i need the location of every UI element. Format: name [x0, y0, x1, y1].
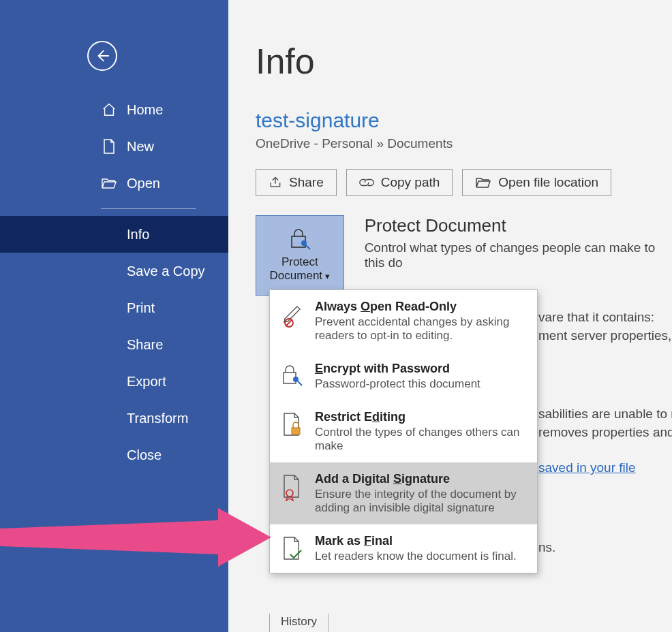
back-button[interactable] [87, 41, 117, 71]
link-icon [359, 176, 374, 189]
chevron-down-icon: ▾ [325, 271, 330, 281]
sidebar-divider [101, 208, 196, 209]
sidebar-item-open[interactable]: Open [101, 165, 228, 202]
sidebar-item-share[interactable]: Share [0, 326, 228, 363]
protect-document-button[interactable]: Protect Document▾ [256, 215, 344, 296]
sidebar-label: Home [127, 102, 163, 118]
menu-title: Encrypt with Password [315, 362, 525, 376]
button-label: Open file location [498, 175, 598, 190]
menu-title: Mark as Final [315, 534, 525, 548]
sidebar-label: Share [127, 337, 163, 353]
protect-desc-text: Control what types of changes people can… [365, 240, 672, 270]
sidebar-item-close[interactable]: Close [0, 437, 228, 473]
sidebar-label: Transform [127, 411, 188, 426]
sidebar-label: Open [127, 176, 160, 191]
svg-line-3 [286, 320, 292, 326]
svg-point-7 [286, 490, 293, 496]
document-check-icon [279, 534, 305, 563]
sidebar-label: Close [127, 447, 162, 463]
menu-item-digital-signature[interactable]: Add a Digital Signature Ensure the integ… [270, 462, 537, 524]
share-button[interactable]: Share [256, 169, 337, 196]
file-actions-row: Share Copy path Open file location [256, 169, 672, 196]
protect-document-menu: Always Open Read-Only Prevent accidental… [269, 289, 538, 573]
sidebar-label: Info [127, 227, 149, 242]
protect-lock-icon [288, 228, 312, 251]
lock-key-icon [279, 362, 305, 391]
menu-desc: Let readers know the document is final. [315, 550, 525, 563]
menu-item-mark-final[interactable]: Mark as Final Let readers know the docum… [270, 524, 537, 573]
document-ribbon-icon [279, 472, 305, 515]
bg-fragment: removes properties and p [538, 425, 672, 440]
document-lock-icon [279, 410, 305, 453]
protect-btn-line2: Document [270, 269, 322, 282]
sidebar-label: Save a Copy [127, 264, 205, 279]
menu-title: Add a Digital Signature [315, 472, 525, 486]
svg-point-1 [301, 240, 307, 246]
home-icon [101, 102, 117, 117]
protect-section: Protect Document▾ Protect Document Contr… [256, 215, 672, 296]
menu-title: Restrict Editing [315, 410, 525, 424]
sidebar-label: Print [127, 300, 155, 316]
pencil-no-icon [279, 300, 305, 343]
back-arrow-icon [95, 48, 110, 63]
menu-desc: Ensure the integrity of the document by … [315, 488, 525, 515]
breadcrumb: OneDrive - Personal » Documents [256, 136, 672, 151]
menu-desc: Prevent accidental changes by asking rea… [315, 315, 525, 343]
app-root: Home New Open Info Save a Copy [0, 0, 672, 632]
button-label: Copy path [381, 175, 440, 190]
sidebar-item-print[interactable]: Print [0, 289, 228, 326]
sidebar-item-transform[interactable]: Transform [0, 400, 228, 437]
bg-link-fragment[interactable]: saved in your file [538, 460, 636, 475]
sidebar-item-export[interactable]: Export [0, 363, 228, 400]
sidebar-label: New [127, 139, 154, 155]
button-label: Share [289, 175, 324, 190]
folder-icon [475, 176, 491, 189]
sidebar-bottom-group: Info Save a Copy Print Share Export Tran… [0, 216, 228, 473]
sidebar-item-save-copy[interactable]: Save a Copy [0, 253, 228, 289]
open-folder-icon [101, 176, 117, 190]
protect-heading: Protect Document [365, 215, 672, 236]
share-icon [269, 176, 282, 189]
menu-item-read-only[interactable]: Always Open Read-Only Prevent accidental… [270, 290, 537, 352]
open-location-button[interactable]: Open file location [462, 169, 611, 196]
sidebar-label: Export [127, 374, 166, 390]
backstage-sidebar: Home New Open Info Save a Copy [0, 0, 228, 632]
protect-btn-line1: Protect [281, 255, 318, 268]
history-button-fragment[interactable]: History [269, 614, 329, 632]
protect-description: Protect Document Control what types of c… [365, 215, 672, 296]
document-title: test-signature [256, 109, 672, 132]
svg-point-5 [293, 377, 299, 382]
bg-fragment: ment server properties, cor [538, 328, 672, 343]
sidebar-item-home[interactable]: Home [101, 91, 228, 128]
new-document-icon [101, 138, 117, 155]
bg-fragment: vare that it contains: [538, 310, 654, 325]
copy-path-button[interactable]: Copy path [346, 169, 453, 196]
menu-desc: Control the types of changes others can … [315, 426, 525, 453]
menu-item-restrict-editing[interactable]: Restrict Editing Control the types of ch… [270, 400, 537, 462]
menu-desc: Password-protect this document [315, 377, 525, 391]
page-title: Info [256, 41, 672, 82]
svg-rect-6 [292, 428, 300, 434]
bg-fragment: ns. [538, 540, 555, 555]
menu-title: Always Open Read-Only [315, 300, 525, 314]
bg-fragment: sabilities are unable to rea [538, 407, 672, 422]
menu-item-encrypt[interactable]: Encrypt with Password Password-protect t… [270, 352, 537, 400]
sidebar-top-group: Home New Open [0, 91, 228, 202]
sidebar-item-new[interactable]: New [101, 128, 228, 165]
sidebar-item-info[interactable]: Info [0, 216, 228, 253]
